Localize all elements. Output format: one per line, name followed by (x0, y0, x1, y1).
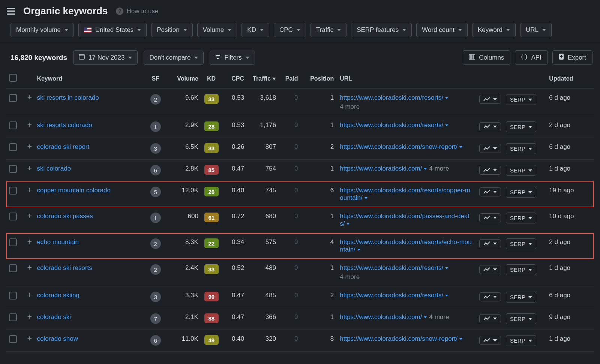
api-button[interactable]: API (515, 50, 548, 65)
keyword-link[interactable]: ski resorts in colorado (37, 94, 99, 101)
more-urls[interactable]: 4 more (429, 165, 449, 172)
url-link[interactable]: https://www.coloradoski.com/resorts/echo… (340, 238, 471, 253)
chart-button[interactable] (479, 292, 501, 301)
filter-kd[interactable]: KD (242, 23, 269, 37)
filter-volume[interactable]: Volume (197, 23, 237, 37)
chevron-down-icon[interactable] (445, 124, 448, 126)
col-traffic[interactable]: Traffic (247, 70, 279, 89)
chart-button[interactable] (479, 336, 501, 345)
sf-badge[interactable]: 2 (150, 264, 161, 275)
serp-button[interactable]: SERP (506, 143, 536, 154)
add-icon[interactable]: + (27, 292, 32, 298)
sf-badge[interactable]: 3 (150, 292, 161, 302)
serp-button[interactable]: SERP (506, 238, 536, 249)
chart-button[interactable] (479, 239, 501, 248)
row-checkbox[interactable] (9, 313, 17, 321)
keyword-link[interactable]: colorado ski (37, 313, 71, 321)
url-link[interactable]: https://www.coloradoski.com/passes-and-d… (340, 213, 469, 227)
url-link[interactable]: https://www.coloradoski.com/resorts/ (340, 264, 443, 271)
row-checkbox[interactable] (9, 335, 17, 343)
row-checkbox[interactable] (9, 264, 17, 272)
chart-button[interactable] (479, 166, 501, 175)
chevron-down-icon[interactable] (445, 295, 448, 297)
row-checkbox[interactable] (9, 121, 17, 129)
chevron-down-icon[interactable] (346, 223, 350, 225)
serp-button[interactable]: SERP (506, 213, 536, 223)
row-checkbox[interactable] (9, 165, 17, 173)
chevron-down-icon[interactable] (445, 267, 448, 269)
row-checkbox[interactable] (9, 94, 17, 102)
col-position[interactable]: Position (301, 70, 337, 89)
chart-button[interactable] (479, 265, 501, 274)
row-checkbox[interactable] (9, 292, 17, 300)
chart-button[interactable] (479, 314, 501, 323)
keyword-link[interactable]: echo mountain (37, 238, 79, 246)
keyword-link[interactable]: colorado ski report (37, 143, 89, 150)
col-kd[interactable]: KD (201, 70, 221, 89)
more-urls[interactable]: 4 more (340, 273, 473, 281)
serp-button[interactable]: SERP (506, 313, 536, 324)
sf-badge[interactable]: 1 (150, 213, 161, 223)
url-link[interactable]: https://www.coloradoski.com/resorts/ (340, 121, 443, 129)
add-icon[interactable]: + (27, 264, 32, 271)
row-checkbox[interactable] (9, 187, 17, 195)
add-icon[interactable]: + (27, 238, 32, 245)
keyword-link[interactable]: colorado skiing (37, 292, 79, 299)
col-paid[interactable]: Paid (279, 70, 301, 89)
chart-button[interactable] (479, 187, 501, 196)
filter-monthly-volume[interactable]: Monthly volume (10, 23, 74, 37)
serp-button[interactable]: SERP (506, 165, 536, 176)
add-icon[interactable]: + (27, 187, 32, 193)
add-icon[interactable]: + (27, 165, 32, 171)
chart-button[interactable] (479, 95, 501, 104)
keyword-link[interactable]: copper mountain colorado (37, 187, 111, 194)
filter-position[interactable]: Position (151, 23, 192, 37)
col-volume[interactable]: Volume (165, 70, 201, 89)
add-icon[interactable]: + (27, 313, 32, 320)
chevron-down-icon[interactable] (459, 338, 462, 340)
filter-country[interactable]: United States (78, 23, 147, 37)
filter-traffic[interactable]: Traffic (310, 23, 346, 37)
chevron-down-icon[interactable] (424, 168, 427, 170)
select-all-checkbox[interactable] (9, 74, 17, 82)
sf-badge[interactable]: 2 (150, 238, 161, 249)
filter-keyword[interactable]: Keyword (472, 23, 516, 37)
url-link[interactable]: https://www.coloradoski.com/snow-report/ (340, 143, 458, 150)
col-keyword[interactable]: Keyword (34, 70, 146, 89)
more-urls[interactable]: 4 more (340, 103, 473, 111)
serp-button[interactable]: SERP (506, 292, 536, 303)
keyword-link[interactable]: ski resorts colorado (37, 121, 92, 129)
filters-button[interactable]: Filters (210, 51, 255, 65)
serp-button[interactable]: SERP (506, 264, 536, 275)
keyword-link[interactable]: colorado ski resorts (37, 264, 92, 271)
url-link[interactable]: https://www.coloradoski.com/resorts/copp… (340, 187, 470, 201)
col-sf[interactable]: SF (146, 70, 165, 89)
keyword-link[interactable]: colorado ski passes (37, 213, 93, 220)
date-picker[interactable]: 17 Nov 2023 (73, 50, 138, 65)
hamburger-menu-icon[interactable] (7, 8, 15, 15)
serp-button[interactable]: SERP (506, 121, 536, 132)
serp-button[interactable]: SERP (506, 187, 536, 198)
row-checkbox[interactable] (9, 238, 17, 246)
chart-button[interactable] (479, 213, 501, 222)
serp-button[interactable]: SERP (506, 335, 536, 346)
filter-word-count[interactable]: Word count (416, 23, 468, 37)
sf-badge[interactable]: 6 (150, 335, 161, 346)
row-checkbox[interactable] (9, 143, 17, 151)
sf-badge[interactable]: 5 (150, 187, 161, 197)
filter-serp-features[interactable]: SERP features (351, 23, 412, 37)
sf-badge[interactable]: 6 (150, 165, 161, 175)
chevron-down-icon[interactable] (364, 197, 368, 199)
chart-button[interactable] (479, 122, 501, 131)
export-button[interactable]: Export (552, 50, 592, 65)
col-updated[interactable]: Updated (546, 70, 594, 89)
url-link[interactable]: https://www.coloradoski.com/resorts/ (340, 94, 443, 101)
chevron-down-icon[interactable] (445, 97, 448, 99)
url-link[interactable]: https://www.coloradoski.com/resorts/ (340, 292, 443, 299)
sf-badge[interactable]: 3 (150, 143, 161, 154)
col-url[interactable]: URL (337, 70, 476, 89)
filter-cpc[interactable]: CPC (274, 23, 306, 37)
keyword-link[interactable]: colorado snow (37, 335, 78, 342)
add-icon[interactable]: + (27, 335, 32, 342)
row-checkbox[interactable] (9, 213, 17, 220)
